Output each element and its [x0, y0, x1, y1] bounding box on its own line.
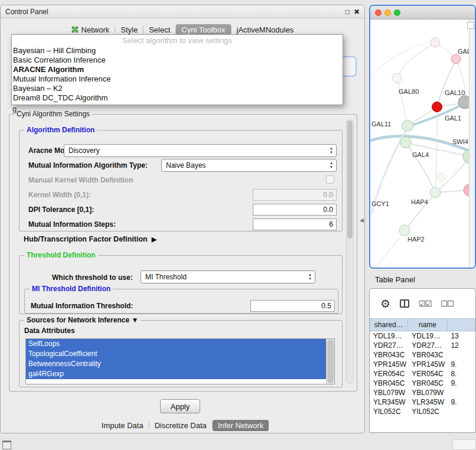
network-edge[interactable]	[438, 60, 456, 106]
tab-label: Select	[149, 25, 170, 34]
column-header-name[interactable]: name	[408, 319, 447, 331]
network-node[interactable]	[431, 38, 440, 47]
network-node[interactable]	[432, 102, 442, 112]
group-title: Threshold Definition	[24, 251, 98, 259]
attributes-scrollbar-thumb[interactable]	[327, 340, 334, 383]
table-row[interactable]: YDR27…YDR27…12	[370, 341, 475, 350]
tab-select[interactable]: Select	[144, 24, 175, 35]
table-cell: YBR043C	[408, 351, 447, 359]
sources-group-title[interactable]: Sources for Network Inference ▼	[24, 316, 141, 324]
table-cell: YIL052C	[408, 407, 447, 416]
table-panel-title: Table Panel	[375, 275, 415, 284]
float-window-icon[interactable]: □	[345, 8, 350, 15]
node-label: GAL1	[445, 115, 461, 122]
table-row[interactable]: YBR043CYBR043C	[370, 350, 475, 360]
aracne-mode-combo[interactable]: Discovery	[64, 144, 337, 157]
panel-collapse-icon[interactable]: ◀	[360, 217, 364, 223]
tab-label: Cyni Toolbox	[181, 25, 225, 34]
table-cell: YER054C	[408, 370, 447, 378]
manual-kernel-checkbox[interactable]	[326, 175, 334, 184]
select-all-checkboxes-icon[interactable]: ☑☑	[419, 299, 431, 308]
restore-panel-icon[interactable]	[2, 441, 11, 449]
threshold-definition-group: Threshold Definition Which threshold to …	[19, 255, 343, 314]
attribute-list-item[interactable]: SelfLoops	[26, 339, 327, 349]
table-row[interactable]: YIL052CYIL052C	[370, 407, 475, 416]
table-toolbar: ⚙ ☑☑ ☐☐	[370, 289, 475, 318]
settings-scrollbar-thumb[interactable]	[347, 120, 353, 239]
mi-algorithm-type-combo[interactable]: Naive Bayes	[161, 159, 337, 172]
table-row[interactable]: YBR045CYBR045C9.	[370, 379, 475, 388]
table-row[interactable]: YPR145WYPR145W9.	[370, 360, 475, 369]
tab-infer-network[interactable]: Infer Network	[213, 420, 269, 431]
network-node[interactable]	[402, 120, 413, 132]
tab-style[interactable]: Style	[115, 24, 143, 35]
apply-button[interactable]: Apply	[160, 399, 200, 413]
table-row[interactable]: YER054CYER054C8.	[370, 369, 475, 379]
hub-definition-toggle[interactable]: Hub/Transcription Factor Definition ▶	[24, 235, 157, 243]
column-header-partial[interactable]	[448, 319, 475, 331]
network-node[interactable]	[437, 173, 445, 181]
gear-icon[interactable]: ⚙	[380, 297, 390, 311]
minimize-traffic-icon[interactable]	[384, 9, 391, 16]
network-view-window: GALGAL80GAL10GAL11GAL1SWI4GAL4GCY1HAP4YH…	[369, 5, 476, 269]
combo-value: Discovery	[69, 146, 100, 155]
dpi-tolerance-field[interactable]: 0.0	[253, 204, 337, 216]
network-window-titlebar	[370, 6, 475, 19]
node-label: GAL4	[412, 151, 429, 158]
attribute-list-item[interactable]: gal4RGexp	[26, 369, 327, 379]
tab-jactivemnodules[interactable]: jActiveMNodules	[232, 24, 299, 35]
group-title: Cyni Algorithm Settings	[14, 110, 92, 118]
dropdown-item[interactable]: Dream8 DC_TDC Algorithm	[12, 93, 343, 103]
tab-discretize-data[interactable]: Discretize Data	[149, 420, 212, 431]
network-node[interactable]	[392, 73, 402, 83]
table-row[interactable]: YLR345WYLR345W9.	[370, 397, 475, 407]
table-row[interactable]: YDL19…YDL19…13	[370, 331, 475, 341]
table-cell: YBR043C	[370, 351, 408, 359]
control-panel-window: Control Panel □ ✖ Network Style Select C…	[0, 5, 365, 433]
table-cell: 9.	[447, 379, 475, 387]
tab-label: Discretize Data	[155, 421, 207, 430]
dropdown-item[interactable]: ARACNE Algorithm	[12, 65, 343, 74]
which-threshold-label: Which threshold to use:	[52, 273, 133, 282]
settings-scrollbar[interactable]	[346, 119, 354, 384]
network-edge[interactable]	[370, 43, 434, 76]
network-node[interactable]	[430, 187, 441, 198]
network-node[interactable]	[400, 137, 412, 148]
dropdown-item[interactable]: Mutual Information Inference	[12, 74, 343, 84]
attributes-scrollbar[interactable]	[326, 339, 334, 384]
close-traffic-icon[interactable]	[375, 9, 382, 16]
table-cell: YLR345W	[408, 398, 447, 406]
mi-type-label: Mutual Information Algorithm Type:	[28, 161, 148, 169]
columns-icon[interactable]	[400, 299, 409, 308]
tab-network[interactable]: Network	[66, 24, 115, 35]
network-canvas[interactable]: GALGAL80GAL10GAL11GAL1SWI4GAL4GCY1HAP4YH…	[370, 19, 475, 268]
dropdown-item[interactable]: Bayesian – Hill Climbing	[12, 46, 343, 56]
zoom-traffic-icon[interactable]	[394, 9, 400, 16]
attribute-list-item[interactable]: BetweennessCentrality	[26, 359, 327, 369]
which-threshold-combo[interactable]: MI Threshold	[141, 270, 315, 283]
close-window-icon[interactable]: ✖	[354, 8, 360, 15]
dropdown-item[interactable]: Bayesian – K2	[12, 84, 343, 93]
kernel-width-field[interactable]: 0.0	[253, 189, 337, 201]
network-edge[interactable]	[375, 231, 405, 268]
table-cell: 13	[447, 332, 475, 340]
mi-threshold-field[interactable]: 0.5	[250, 300, 335, 312]
network-node[interactable]	[399, 225, 410, 236]
network-edge[interactable]	[397, 43, 435, 77]
network-scrollbar-button[interactable]	[467, 22, 474, 29]
network-edge[interactable]	[397, 79, 407, 125]
attribute-list-item[interactable]: TopologicalCoefficient	[26, 349, 327, 359]
node-label: GAL80	[399, 88, 419, 95]
table-cell: YIL052C	[370, 407, 408, 416]
network-node[interactable]	[451, 54, 461, 64]
bottom-tabs: Impute Data Discretize Data Infer Networ…	[1, 419, 364, 432]
mi-steps-field[interactable]: 6	[253, 219, 337, 230]
deselect-all-checkboxes-icon[interactable]: ☐☐	[441, 299, 453, 308]
dropdown-item[interactable]: Basic Correlation Inference	[12, 56, 343, 65]
column-header-shared-name[interactable]: shared…	[370, 319, 408, 331]
tab-cyni-toolbox[interactable]: Cyni Toolbox	[176, 24, 230, 35]
tab-impute-data[interactable]: Impute Data	[96, 420, 149, 431]
network-scrollbar[interactable]	[469, 19, 475, 268]
table-row[interactable]: YBL079WYBL079W	[370, 388, 475, 397]
cyni-algorithm-settings-group: Cyni Algorithm Settings Algorithm Defini…	[9, 114, 357, 392]
